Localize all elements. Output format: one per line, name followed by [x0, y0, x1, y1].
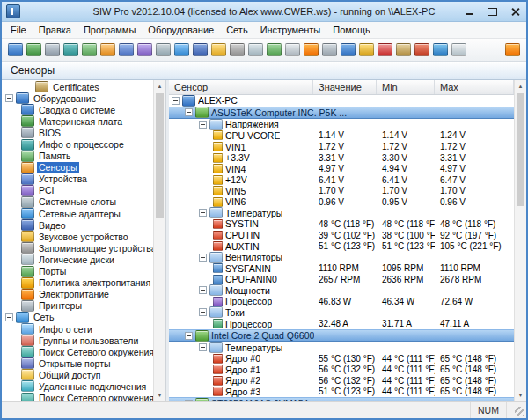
- table-row[interactable]: Ядро #156 °C (132 °F)44 °C (111 °F)65 °C…: [169, 365, 514, 376]
- scroll-thumb[interactable]: [517, 93, 524, 206]
- printers-toolbar-button[interactable]: [320, 41, 339, 59]
- table-row[interactable]: Ядро #256 °C (132 °F)44 °C (111 °F)65 °C…: [169, 375, 514, 387]
- cpu-toolbar-button[interactable]: [62, 41, 80, 59]
- storage-toolbar-button[interactable]: [228, 41, 246, 59]
- bios-toolbar-button[interactable]: [43, 41, 62, 59]
- power-toolbar-button[interactable]: [302, 41, 320, 59]
- table-row[interactable]: Процессор32.48 A31.71 A47.11 A: [169, 318, 514, 329]
- scroll-up-icon[interactable]: ▲: [515, 80, 526, 92]
- sidebar-item[interactable]: Политика электропитания: [2, 277, 153, 289]
- expander-icon[interactable]: [199, 286, 207, 294]
- sidebar-item[interactable]: Сводка о системе: [2, 104, 153, 115]
- sidebar-item[interactable]: Память: [2, 151, 153, 162]
- table-row[interactable]: Ядро #055 °C (130 °F)44 °C (111 °F)65 °C…: [169, 353, 514, 365]
- scroll-down-icon[interactable]: ▼: [154, 389, 165, 401]
- resize-grip[interactable]: [507, 402, 526, 418]
- sidebar-item[interactable]: Открытые порты: [2, 357, 153, 369]
- disks-toolbar-button[interactable]: [246, 41, 265, 59]
- memory-toolbar-button[interactable]: [80, 41, 99, 59]
- table-row[interactable]: SYSTIN48 °C (118 °F)48 °C (118 °F)48 °C …: [169, 218, 514, 230]
- maximize-button[interactable]: [480, 4, 503, 19]
- sidebar-item[interactable]: Сетевые адаптеры: [2, 208, 153, 219]
- devices-toolbar-button[interactable]: [117, 41, 136, 59]
- table-row[interactable]: Процессор46.83 W46.34 W72.64 W: [169, 296, 514, 307]
- scroll-track[interactable]: [154, 92, 165, 389]
- menu-item-5[interactable]: Инструменты: [254, 24, 327, 36]
- sidebar-item[interactable]: Поиск Сетевого окружения: [2, 346, 153, 357]
- table-row[interactable]: SYSFANIN1110 RPM1095 RPM1110 RPM: [169, 262, 514, 274]
- scroll-thumb[interactable]: [156, 93, 164, 218]
- sidebar-item[interactable]: Certificates: [2, 81, 153, 92]
- table-row[interactable]: CPU VCORE1.14 V1.14 V1.24 V: [169, 130, 514, 142]
- sidebar-item[interactable]: Системные слоты: [2, 196, 153, 208]
- table-row[interactable]: Intel Core 2 Quad Q6600: [169, 329, 514, 343]
- menu-item-1[interactable]: Правка: [33, 24, 77, 36]
- table-row[interactable]: Токи: [169, 307, 514, 319]
- menu-item-3[interactable]: Оборудование: [142, 24, 220, 36]
- menu-item-0[interactable]: File: [4, 24, 33, 36]
- table-row[interactable]: CPUTIN39 °C (102 °F)38 °C (100 °F)92 °C …: [169, 230, 514, 241]
- sidebar-item[interactable]: Сенсоры: [2, 162, 153, 173]
- title-bar[interactable]: SIW Pro v2012.10.04 (licensed to Alex ww…: [2, 2, 526, 22]
- table-row[interactable]: +3.3V3.31 V3.30 V3.31 V: [169, 152, 514, 164]
- video-toolbar-button[interactable]: [191, 41, 209, 59]
- table-row[interactable]: ASUSTeK Computer INC. P5K ...: [169, 107, 514, 120]
- expander-icon[interactable]: [199, 254, 207, 262]
- sidebar-item[interactable]: BIOS: [2, 127, 153, 138]
- sidebar-item[interactable]: Инфо о сети: [2, 323, 153, 335]
- monitor-toolbar-button[interactable]: [339, 41, 357, 59]
- expander-icon[interactable]: [185, 332, 193, 340]
- scroll-down-icon[interactable]: ▼: [515, 389, 526, 401]
- table-row[interactable]: Температуры: [169, 342, 514, 353]
- sidebar-item[interactable]: Логические диски: [2, 254, 153, 265]
- sidebar-item[interactable]: Оборудование: [2, 92, 153, 104]
- sidebar-item[interactable]: Группы и пользователи: [2, 335, 153, 346]
- sidebar-item[interactable]: Видео: [2, 219, 153, 231]
- table-row[interactable]: Ядро #351 °C (123 °F)44 °C (111 °F)65 °C…: [169, 387, 514, 398]
- sidebar-item[interactable]: Порты: [2, 266, 153, 277]
- sidebar-item[interactable]: Удаленные подключения: [2, 380, 153, 392]
- sidebar-item[interactable]: Сеть: [2, 312, 153, 323]
- expander-icon[interactable]: [199, 209, 207, 217]
- sidebar-item[interactable]: Поиск Сетевого окружения: [2, 393, 153, 401]
- sidebar-item[interactable]: Инфо о процессоре: [2, 138, 153, 150]
- slots-toolbar-button[interactable]: [154, 41, 172, 59]
- table-row[interactable]: Вентиляторы: [169, 252, 514, 263]
- expander-icon[interactable]: [199, 343, 207, 351]
- table-row[interactable]: +12V6.41 V6.41 V6.47 V: [169, 174, 514, 186]
- table-row[interactable]: AUXTIN51 °C (123 °F)51 °C (123 °F)105 °C…: [169, 240, 514, 252]
- pci-toolbar-button[interactable]: [136, 41, 154, 59]
- sidebar-item[interactable]: Принтеры: [2, 300, 153, 312]
- table-scrollbar[interactable]: ▲ ▼: [514, 80, 526, 401]
- sidebar-item[interactable]: Запоминающие устройства: [2, 242, 153, 254]
- menu-item-4[interactable]: Сеть: [220, 24, 253, 36]
- column-header-min[interactable]: Min: [377, 80, 435, 94]
- table-row[interactable]: CPUFANIN02657 RPM2636 RPM2678 RPM: [169, 274, 514, 285]
- close-button[interactable]: [503, 4, 526, 19]
- email-toolbar-button[interactable]: [450, 41, 468, 59]
- expander-icon[interactable]: [199, 121, 207, 129]
- table-row[interactable]: Мощности: [169, 285, 514, 297]
- motherboard-toolbar-button[interactable]: [25, 41, 43, 59]
- globe-toolbar-button[interactable]: [431, 41, 450, 59]
- scroll-up-icon[interactable]: ▲: [154, 80, 165, 92]
- table-row[interactable]: VIN51.70 V1.70 V1.70 V: [169, 186, 514, 197]
- audio-toolbar-button[interactable]: [209, 41, 228, 59]
- expander-icon[interactable]: [199, 308, 207, 316]
- minimize-button[interactable]: [458, 4, 480, 19]
- menu-item-2[interactable]: Программы: [77, 24, 142, 36]
- network-toolbar-button[interactable]: [172, 41, 191, 59]
- expander-icon[interactable]: [5, 94, 13, 102]
- rss-toolbar-button[interactable]: [503, 41, 522, 59]
- column-header-sensor[interactable]: Сенсор: [169, 80, 313, 94]
- table-row[interactable]: VIN44.97 V4.94 V4.97 V: [169, 163, 514, 174]
- ports-toolbar-button[interactable]: [265, 41, 283, 59]
- scroll-track[interactable]: [515, 92, 526, 389]
- summary-toolbar-button[interactable]: [6, 41, 25, 59]
- table-row[interactable]: VIN60.96 V0.95 V0.96 V: [169, 196, 514, 208]
- sidebar-item[interactable]: Электропитание: [2, 289, 153, 300]
- stopwatch-toolbar-button[interactable]: [283, 41, 302, 59]
- sidebar-item[interactable]: Устройства: [2, 173, 153, 185]
- sidebar-item[interactable]: PCI: [2, 185, 153, 196]
- table-row[interactable]: ALEX-PC: [169, 95, 514, 107]
